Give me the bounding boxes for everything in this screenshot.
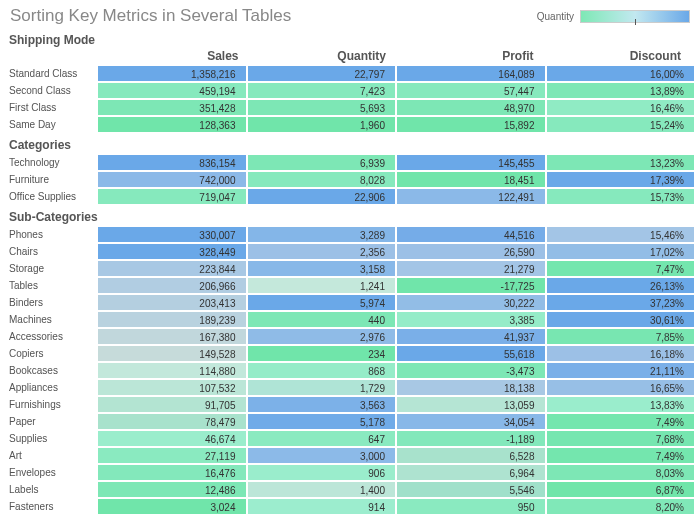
data-cell[interactable]: 167,380 xyxy=(97,328,247,345)
data-cell[interactable]: 742,000 xyxy=(97,171,247,188)
data-cell[interactable]: 7,49% xyxy=(546,413,696,430)
data-cell[interactable]: 6,964 xyxy=(396,464,546,481)
data-cell[interactable]: 26,590 xyxy=(396,243,546,260)
data-cell[interactable]: 330,007 xyxy=(97,226,247,243)
data-cell[interactable]: 1,960 xyxy=(247,116,397,133)
data-cell[interactable]: 46,674 xyxy=(97,430,247,447)
data-cell[interactable]: 1,400 xyxy=(247,481,397,498)
column-header[interactable]: Sales xyxy=(101,49,249,63)
data-cell[interactable]: 914 xyxy=(247,498,397,514)
data-cell[interactable]: 1,729 xyxy=(247,379,397,396)
data-cell[interactable]: 22,797 xyxy=(247,65,397,82)
data-cell[interactable]: 13,059 xyxy=(396,396,546,413)
data-cell[interactable]: 16,476 xyxy=(97,464,247,481)
data-cell[interactable]: 13,23% xyxy=(546,154,696,171)
data-cell[interactable]: 6,939 xyxy=(247,154,397,171)
data-cell[interactable]: 189,239 xyxy=(97,311,247,328)
data-cell[interactable]: 459,194 xyxy=(97,82,247,99)
data-cell[interactable]: 3,158 xyxy=(247,260,397,277)
data-cell[interactable]: 5,546 xyxy=(396,481,546,498)
data-cell[interactable]: 78,479 xyxy=(97,413,247,430)
data-cell[interactable]: 30,222 xyxy=(396,294,546,311)
data-cell[interactable]: 1,241 xyxy=(247,277,397,294)
data-cell[interactable]: 16,46% xyxy=(546,99,696,116)
data-cell[interactable]: 6,87% xyxy=(546,481,696,498)
data-cell[interactable]: 13,89% xyxy=(546,82,696,99)
data-cell[interactable]: 223,844 xyxy=(97,260,247,277)
data-cell[interactable]: 21,279 xyxy=(396,260,546,277)
data-cell[interactable]: 15,46% xyxy=(546,226,696,243)
data-cell[interactable]: 203,413 xyxy=(97,294,247,311)
data-cell[interactable]: 44,516 xyxy=(396,226,546,243)
data-cell[interactable]: 836,154 xyxy=(97,154,247,171)
data-cell[interactable]: 48,970 xyxy=(396,99,546,116)
data-cell[interactable]: 1,358,216 xyxy=(97,65,247,82)
data-cell[interactable]: 328,449 xyxy=(97,243,247,260)
data-cell[interactable]: 7,47% xyxy=(546,260,696,277)
data-cell[interactable]: 16,18% xyxy=(546,345,696,362)
data-cell[interactable]: 950 xyxy=(396,498,546,514)
data-cell[interactable]: 351,428 xyxy=(97,99,247,116)
data-cell[interactable]: 5,974 xyxy=(247,294,397,311)
data-cell[interactable]: 41,937 xyxy=(396,328,546,345)
data-cell[interactable]: 3,000 xyxy=(247,447,397,464)
data-cell[interactable]: 15,24% xyxy=(546,116,696,133)
data-cell[interactable]: 7,49% xyxy=(546,447,696,464)
data-cell[interactable]: 17,39% xyxy=(546,171,696,188)
data-cell[interactable]: 5,693 xyxy=(247,99,397,116)
data-cell[interactable]: 16,00% xyxy=(546,65,696,82)
data-cell[interactable]: 3,563 xyxy=(247,396,397,413)
data-cell[interactable]: 122,491 xyxy=(396,188,546,205)
data-cell[interactable]: 647 xyxy=(247,430,397,447)
data-cell[interactable]: -1,189 xyxy=(396,430,546,447)
data-cell[interactable]: 17,02% xyxy=(546,243,696,260)
data-cell[interactable]: 128,363 xyxy=(97,116,247,133)
data-cell[interactable]: 18,451 xyxy=(396,171,546,188)
data-cell[interactable]: 8,028 xyxy=(247,171,397,188)
column-header[interactable]: Discount xyxy=(544,49,692,63)
data-cell[interactable]: 149,528 xyxy=(97,345,247,362)
data-cell[interactable]: 12,486 xyxy=(97,481,247,498)
data-cell[interactable]: -3,473 xyxy=(396,362,546,379)
data-cell[interactable]: 206,966 xyxy=(97,277,247,294)
data-cell[interactable]: 16,65% xyxy=(546,379,696,396)
data-cell[interactable]: 164,089 xyxy=(396,65,546,82)
data-cell[interactable]: 37,23% xyxy=(546,294,696,311)
data-cell[interactable]: 234 xyxy=(247,345,397,362)
data-cell[interactable]: 906 xyxy=(247,464,397,481)
data-cell[interactable]: 719,047 xyxy=(97,188,247,205)
data-cell[interactable]: 7,68% xyxy=(546,430,696,447)
data-cell[interactable]: 91,705 xyxy=(97,396,247,413)
data-cell[interactable]: 8,03% xyxy=(546,464,696,481)
data-cell[interactable]: 27,119 xyxy=(97,447,247,464)
data-cell[interactable]: 3,024 xyxy=(97,498,247,514)
data-cell[interactable]: 145,455 xyxy=(396,154,546,171)
data-cell[interactable]: 107,532 xyxy=(97,379,247,396)
data-cell[interactable]: 15,892 xyxy=(396,116,546,133)
data-cell[interactable]: 22,906 xyxy=(247,188,397,205)
data-cell[interactable]: 868 xyxy=(247,362,397,379)
data-cell[interactable]: 2,356 xyxy=(247,243,397,260)
data-cell[interactable]: -17,725 xyxy=(396,277,546,294)
data-cell[interactable]: 5,178 xyxy=(247,413,397,430)
data-cell[interactable]: 7,423 xyxy=(247,82,397,99)
data-cell[interactable]: 30,61% xyxy=(546,311,696,328)
data-cell[interactable]: 3,289 xyxy=(247,226,397,243)
column-header[interactable]: Quantity xyxy=(249,49,397,63)
data-cell[interactable]: 21,11% xyxy=(546,362,696,379)
data-cell[interactable]: 3,385 xyxy=(396,311,546,328)
data-cell[interactable]: 34,054 xyxy=(396,413,546,430)
data-cell[interactable]: 13,83% xyxy=(546,396,696,413)
data-cell[interactable]: 8,20% xyxy=(546,498,696,514)
data-cell[interactable]: 55,618 xyxy=(396,345,546,362)
data-cell[interactable]: 2,976 xyxy=(247,328,397,345)
data-cell[interactable]: 26,13% xyxy=(546,277,696,294)
data-cell[interactable]: 15,73% xyxy=(546,188,696,205)
data-cell[interactable]: 440 xyxy=(247,311,397,328)
data-cell[interactable]: 114,880 xyxy=(97,362,247,379)
data-cell[interactable]: 57,447 xyxy=(396,82,546,99)
data-cell[interactable]: 6,528 xyxy=(396,447,546,464)
data-cell[interactable]: 7,85% xyxy=(546,328,696,345)
data-cell[interactable]: 18,138 xyxy=(396,379,546,396)
column-header[interactable]: Profit xyxy=(396,49,544,63)
